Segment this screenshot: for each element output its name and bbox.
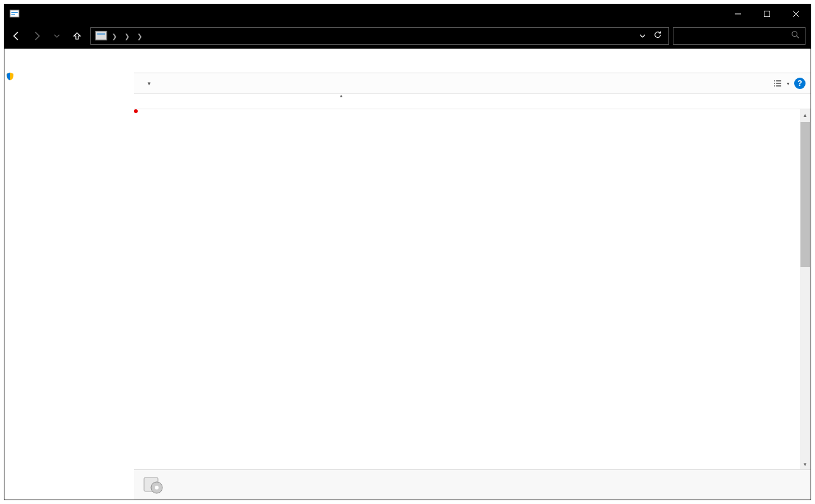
forward-button[interactable] xyxy=(27,27,46,45)
toolbar: ▼ ▼ ? xyxy=(134,73,811,94)
breadcrumb: ❯ ❯ ❯ xyxy=(110,33,148,40)
titlebar[interactable] xyxy=(4,4,811,23)
back-button[interactable] xyxy=(7,27,26,45)
svg-rect-11 xyxy=(774,85,775,87)
svg-rect-2 xyxy=(11,14,15,15)
svg-point-15 xyxy=(155,486,159,489)
scroll-down-button[interactable]: ▾ xyxy=(800,459,811,469)
svg-rect-4 xyxy=(95,32,107,40)
col-name[interactable]: ▴ xyxy=(216,94,466,109)
col-publisher[interactable] xyxy=(466,94,588,109)
search-box[interactable] xyxy=(673,27,806,45)
minimize-button[interactable] xyxy=(723,4,752,23)
chevron-down-icon: ▼ xyxy=(147,81,152,87)
col-version[interactable] xyxy=(134,94,216,109)
svg-rect-5 xyxy=(97,33,106,34)
window: ❯ ❯ ❯ xyxy=(4,4,811,500)
maximize-button[interactable] xyxy=(752,4,782,23)
svg-rect-12 xyxy=(776,85,781,87)
chevron-right-icon: ❯ xyxy=(135,33,144,40)
main-content: ▼ ▼ ? ▴ xyxy=(134,49,811,500)
col-size[interactable] xyxy=(656,94,706,109)
scroll-up-button[interactable]: ▴ xyxy=(800,109,811,120)
up-button[interactable] xyxy=(68,27,87,45)
help-button[interactable]: ? xyxy=(794,78,806,89)
status-icon xyxy=(142,474,164,496)
search-icon[interactable] xyxy=(791,30,800,42)
chevron-right-icon: ❯ xyxy=(123,33,131,40)
status-bar xyxy=(134,469,811,500)
svg-rect-1 xyxy=(11,12,18,13)
history-dropdown[interactable] xyxy=(47,27,66,45)
sort-indicator-icon: ▴ xyxy=(340,94,342,99)
app-icon xyxy=(9,9,20,19)
svg-rect-3 xyxy=(764,11,770,17)
chevron-down-icon: ▼ xyxy=(786,81,790,86)
shield-icon xyxy=(6,72,15,81)
organize-button[interactable]: ▼ xyxy=(139,78,157,89)
svg-rect-7 xyxy=(774,80,775,81)
col-installed[interactable] xyxy=(588,94,656,109)
view-options-button[interactable]: ▼ xyxy=(774,77,790,90)
highlight-box xyxy=(134,109,138,113)
svg-rect-9 xyxy=(774,83,775,84)
address-dropdown-icon[interactable] xyxy=(639,30,646,42)
close-button[interactable] xyxy=(782,4,811,23)
sidebar xyxy=(4,49,134,500)
scroll-thumb[interactable] xyxy=(800,122,810,267)
svg-rect-0 xyxy=(10,10,19,17)
column-headers: ▴ xyxy=(134,94,811,109)
address-bar[interactable]: ❯ ❯ ❯ xyxy=(90,27,669,45)
svg-point-6 xyxy=(792,32,797,37)
chevron-right-icon: ❯ xyxy=(110,33,119,40)
scrollbar-vertical[interactable]: ▴ ▾ xyxy=(800,109,811,469)
svg-rect-10 xyxy=(776,83,781,84)
navbar: ❯ ❯ ❯ xyxy=(4,23,811,49)
search-input[interactable] xyxy=(679,32,791,40)
location-icon xyxy=(95,30,107,42)
program-list: ▴ ▴ ▾ xyxy=(134,94,811,469)
refresh-icon[interactable] xyxy=(653,30,662,42)
svg-rect-8 xyxy=(776,80,781,81)
